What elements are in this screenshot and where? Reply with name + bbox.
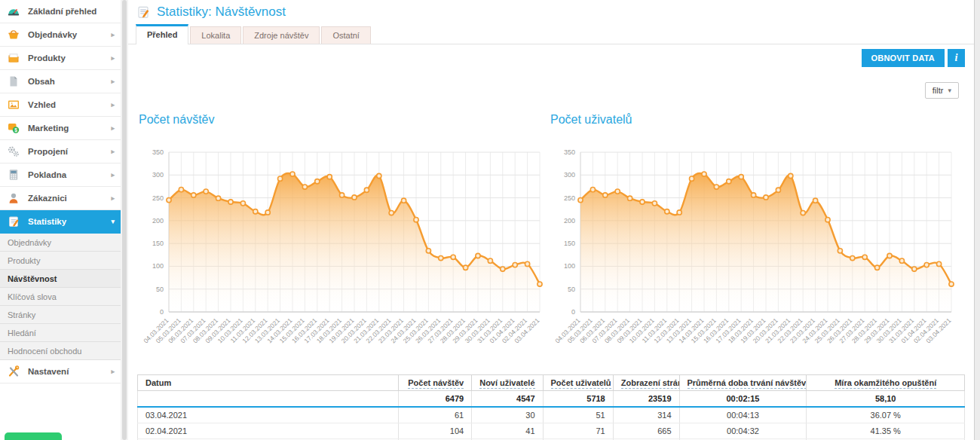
sidebar-scrollbar[interactable]	[121, 0, 128, 440]
sidebar-item-label: Hledání	[8, 328, 36, 338]
sidebar-item-statistiky[interactable]: Statistiky▾	[0, 210, 121, 234]
marketing-icon: $	[7, 121, 20, 135]
col-header-label: Průměrná doba trvání návštěvy	[688, 378, 807, 389]
sidebar-item-propojeni[interactable]: Propojení▸	[0, 140, 121, 163]
svg-text:300: 300	[152, 171, 164, 179]
table-cell: 41.35 %	[807, 423, 965, 439]
table-cell: 23519	[613, 391, 679, 408]
sidebar-item-pokladna[interactable]: Pokladna▸	[0, 163, 121, 187]
sidebar-item-label: Objednávky	[28, 30, 77, 39]
scrollbar-thumb[interactable]	[122, 0, 127, 440]
sidebar-item-obsah[interactable]: Obsah▸	[0, 70, 121, 93]
sidebar-item-label: Produkty	[8, 256, 40, 265]
sidebar-item-klicova-slova[interactable]: Klíčová slova	[0, 288, 121, 306]
sidebar-item-objednavky[interactable]: Objednávky	[0, 234, 121, 252]
tab-lokalita[interactable]: Lokalita	[190, 26, 241, 44]
col-header-pocet-navstev[interactable]: Počet návštěv	[398, 375, 472, 391]
col-header-pocet-uzivatelu[interactable]: Počet uživatelů	[543, 375, 613, 391]
table-cell: 665	[613, 423, 679, 439]
main-panel: Statistiky: Návštěvnost PřehledLokalitaZ…	[128, 0, 975, 440]
svg-text:50: 50	[156, 286, 164, 293]
chart-title: Počet návštěv	[139, 113, 549, 127]
gears-icon	[7, 145, 20, 158]
table-cell	[138, 391, 399, 408]
sidebar-item-vzhled[interactable]: Vzhled▸	[0, 93, 121, 117]
table-cell: 41	[472, 423, 543, 439]
sidebar-item-stranky[interactable]: Stránky	[0, 306, 121, 324]
sidebar-item-label: Zákaznici	[28, 194, 67, 203]
image-icon	[7, 98, 20, 112]
svg-text:300: 300	[564, 171, 575, 179]
refresh-data-button[interactable]: OBNOVIT DATA	[862, 49, 945, 67]
sidebar-item-nastaveni[interactable]: Nastavení▸	[0, 360, 121, 383]
gauge-icon	[7, 5, 20, 18]
stats-table: DatumPočet návštěvNoví uživateléPočet už…	[137, 374, 965, 440]
table-row: 03.04.202161305131400:04:1336.07 %	[138, 407, 965, 423]
sidebar-item-produkty[interactable]: Produkty	[0, 252, 121, 270]
tab-zdroje-navstev[interactable]: Zdroje návštěv	[243, 26, 320, 44]
page-header: Statistiky: Návštěvnost	[128, 0, 974, 23]
chevron-down-icon: ▾	[948, 87, 951, 94]
info-button[interactable]: i	[948, 49, 965, 67]
chart-block-pocet-uzivatelu: Počet uživatelů05010015020025030035004.0…	[549, 113, 960, 345]
chevron-right-icon: ▸	[111, 54, 115, 62]
sidebar-item-navstevnost[interactable]: Návštěvnost	[0, 270, 121, 288]
sidebar-bottom-button[interactable]	[5, 432, 62, 440]
table-cell: 00:04:32	[679, 423, 807, 439]
calculator-icon	[7, 168, 20, 182]
col-header-label: Počet návštěv	[408, 378, 464, 389]
table-cell: 4547	[472, 391, 543, 408]
col-header-mira-okamziteho-opusteni[interactable]: Míra okamžitého opuštění	[807, 375, 965, 391]
table-cell: 104	[398, 423, 472, 439]
chevron-right-icon: ▸	[111, 124, 115, 132]
sidebar-item-objednavky[interactable]: Objednávky▸	[0, 23, 121, 47]
chevron-right-icon: ▸	[111, 78, 115, 85]
svg-text:0: 0	[160, 308, 164, 316]
col-header-label: Míra okamžitého opuštění	[835, 378, 936, 389]
table-cell: 03.04.2021	[138, 407, 399, 423]
table-cell: 00:04:13	[679, 407, 807, 423]
col-header-label: Počet uživatelů	[551, 378, 611, 389]
sidebar-item-hledani[interactable]: Hledání	[0, 324, 121, 342]
chevron-right-icon: ▸	[111, 368, 115, 375]
sidebar-item-label: Stránky	[8, 310, 35, 319]
notepad-icon	[7, 215, 20, 228]
sidebar-item-label: Propojení	[28, 147, 68, 156]
svg-text:100: 100	[564, 262, 575, 270]
sidebar-item-label: Hodnocení obchodu	[8, 347, 81, 356]
sidebar-item-zakladni-prehled[interactable]: Základní přehled	[0, 0, 121, 23]
table-cell: 30	[472, 407, 543, 423]
sidebar-item-label: Marketing	[28, 124, 69, 133]
table-cell: 00:02:15	[679, 391, 807, 408]
table-cell: 36.07 %	[807, 407, 965, 423]
chevron-right-icon: ▸	[111, 171, 115, 179]
sidebar: Základní přehledObjednávky▸Produkty▸Obsa…	[0, 0, 121, 440]
sidebar-nav: Základní přehledObjednávky▸Produkty▸Obsa…	[0, 0, 121, 383]
person-icon	[7, 191, 20, 205]
table-cell: 02.04.2021	[138, 423, 399, 439]
col-header-prumerna-doba-trvani-navstevy[interactable]: Průměrná doba trvání návštěvy	[679, 375, 807, 391]
col-header-zobrazeni-stranek[interactable]: Zobrazení stránek	[613, 375, 679, 391]
svg-text:$: $	[14, 127, 17, 133]
sidebar-item-label: Statistiky	[28, 217, 66, 226]
svg-text:50: 50	[568, 286, 575, 293]
col-header-novi-uzivatele[interactable]: Noví uživatelé	[472, 375, 543, 391]
table-header-row: DatumPočet návštěvNoví uživateléPočet už…	[138, 375, 965, 391]
tab-prehled[interactable]: Přehled	[136, 24, 188, 44]
chevron-right-icon: ▸	[111, 31, 115, 38]
chevron-right-icon: ▸	[111, 194, 115, 202]
sidebar-item-marketing[interactable]: $Marketing▸	[0, 117, 121, 140]
chart-block-pocet-navstev: Počet návštěv05010015020025030035004.03.…	[137, 113, 549, 345]
svg-text:200: 200	[152, 217, 164, 225]
sidebar-item-produkty[interactable]: Produkty▸	[0, 47, 121, 70]
page-title: Statistiky: Návštěvnost	[157, 5, 286, 20]
filter-dropdown[interactable]: filtr ▾	[925, 82, 959, 99]
document-icon	[7, 75, 20, 88]
col-header-datum[interactable]: Datum	[138, 375, 399, 391]
tab-ostatni[interactable]: Ostatní	[321, 26, 370, 44]
sidebar-item-hodnoceni-obchodu[interactable]: Hodnocení obchodu	[0, 342, 121, 360]
folder-icon	[7, 51, 20, 65]
sidebar-item-zakaznici[interactable]: Zákaznici▸	[0, 187, 121, 210]
sidebar-item-label: Klíčová slova	[8, 292, 57, 301]
sidebar-item-label: Produkty	[28, 53, 66, 63]
